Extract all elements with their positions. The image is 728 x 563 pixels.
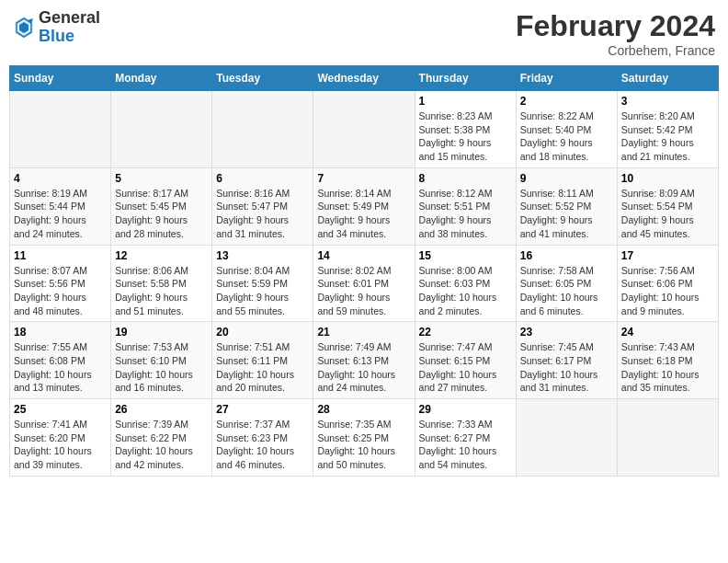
day-info: Sunrise: 8:22 AMSunset: 5:40 PMDaylight:… — [520, 109, 613, 164]
calendar-day-cell — [10, 91, 111, 168]
day-number: 14 — [317, 249, 410, 262]
calendar-location: Corbehem, France — [516, 43, 715, 58]
day-of-week-header: Tuesday — [212, 66, 313, 91]
day-number: 24 — [621, 326, 714, 339]
day-number: 10 — [621, 172, 714, 185]
day-number: 6 — [216, 172, 309, 185]
calendar-day-cell: 15Sunrise: 8:00 AMSunset: 6:03 PMDayligh… — [415, 245, 516, 322]
calendar-day-cell: 7Sunrise: 8:14 AMSunset: 5:49 PMDaylight… — [313, 167, 415, 245]
day-info: Sunrise: 8:16 AMSunset: 5:47 PMDaylight:… — [216, 187, 309, 241]
day-number: 11 — [14, 249, 107, 262]
day-info: Sunrise: 7:56 AMSunset: 6:06 PMDaylight:… — [621, 264, 714, 318]
days-row: SundayMondayTuesdayWednesdayThursdayFrid… — [10, 66, 719, 91]
calendar-day-cell: 2Sunrise: 8:22 AMSunset: 5:40 PMDaylight… — [516, 91, 617, 168]
day-info: Sunrise: 8:23 AMSunset: 5:38 PMDaylight:… — [419, 109, 512, 164]
calendar-day-cell: 27Sunrise: 7:37 AMSunset: 6:23 PMDayligh… — [212, 399, 313, 477]
day-number: 2 — [520, 95, 613, 108]
calendar-day-cell: 24Sunrise: 7:43 AMSunset: 6:18 PMDayligh… — [617, 322, 718, 399]
calendar-day-cell: 4Sunrise: 8:19 AMSunset: 5:44 PMDaylight… — [10, 167, 111, 245]
day-number: 12 — [115, 249, 208, 262]
calendar-day-cell: 26Sunrise: 7:39 AMSunset: 6:22 PMDayligh… — [111, 399, 212, 477]
logo-icon — [13, 15, 35, 40]
calendar-day-cell: 6Sunrise: 8:16 AMSunset: 5:47 PMDaylight… — [212, 167, 313, 245]
day-number: 28 — [317, 403, 410, 416]
day-info: Sunrise: 8:02 AMSunset: 6:01 PMDaylight:… — [317, 264, 410, 318]
day-number: 16 — [520, 249, 613, 262]
day-of-week-header: Monday — [111, 66, 212, 91]
day-info: Sunrise: 8:04 AMSunset: 5:59 PMDaylight:… — [216, 264, 309, 318]
day-of-week-header: Sunday — [10, 66, 111, 91]
day-info: Sunrise: 7:55 AMSunset: 6:08 PMDaylight:… — [14, 340, 107, 395]
day-number: 1 — [419, 95, 512, 108]
day-info: Sunrise: 7:43 AMSunset: 6:18 PMDaylight:… — [621, 340, 714, 395]
day-info: Sunrise: 7:39 AMSunset: 6:22 PMDaylight:… — [115, 418, 208, 472]
calendar-day-cell: 3Sunrise: 8:20 AMSunset: 5:42 PMDaylight… — [617, 91, 718, 168]
day-info: Sunrise: 8:06 AMSunset: 5:58 PMDaylight:… — [115, 264, 208, 318]
day-number: 9 — [520, 172, 613, 185]
page-header: General Blue February 2024 Corbehem, Fra… — [9, 9, 719, 58]
calendar-day-cell: 9Sunrise: 8:11 AMSunset: 5:52 PMDaylight… — [516, 167, 617, 245]
calendar-day-cell: 12Sunrise: 8:06 AMSunset: 5:58 PMDayligh… — [111, 245, 212, 322]
calendar-day-cell: 18Sunrise: 7:55 AMSunset: 6:08 PMDayligh… — [10, 322, 111, 399]
day-of-week-header: Thursday — [415, 66, 516, 91]
calendar-week-row: 11Sunrise: 8:07 AMSunset: 5:56 PMDayligh… — [10, 245, 719, 322]
day-info: Sunrise: 8:00 AMSunset: 6:03 PMDaylight:… — [419, 264, 512, 318]
day-info: Sunrise: 8:07 AMSunset: 5:56 PMDaylight:… — [14, 264, 107, 318]
calendar-day-cell: 28Sunrise: 7:35 AMSunset: 6:25 PMDayligh… — [313, 399, 415, 477]
calendar-day-cell — [111, 91, 212, 168]
day-info: Sunrise: 7:53 AMSunset: 6:10 PMDaylight:… — [115, 340, 208, 395]
title-block: February 2024 Corbehem, France — [516, 9, 715, 58]
day-number: 4 — [14, 172, 107, 185]
calendar-day-cell: 22Sunrise: 7:47 AMSunset: 6:15 PMDayligh… — [415, 322, 516, 399]
day-info: Sunrise: 8:19 AMSunset: 5:44 PMDaylight:… — [14, 187, 107, 241]
calendar-day-cell — [212, 91, 313, 168]
day-info: Sunrise: 7:51 AMSunset: 6:11 PMDaylight:… — [216, 340, 309, 395]
day-info: Sunrise: 8:20 AMSunset: 5:42 PMDaylight:… — [621, 109, 714, 164]
calendar-day-cell: 21Sunrise: 7:49 AMSunset: 6:13 PMDayligh… — [313, 322, 415, 399]
day-number: 13 — [216, 249, 309, 262]
calendar-title: February 2024 — [516, 9, 715, 43]
calendar-day-cell: 10Sunrise: 8:09 AMSunset: 5:54 PMDayligh… — [617, 167, 718, 245]
day-number: 27 — [216, 403, 309, 416]
day-number: 8 — [419, 172, 512, 185]
day-info: Sunrise: 8:09 AMSunset: 5:54 PMDaylight:… — [621, 187, 714, 241]
day-info: Sunrise: 7:35 AMSunset: 6:25 PMDaylight:… — [317, 418, 410, 472]
calendar-table: SundayMondayTuesdayWednesdayThursdayFrid… — [9, 65, 719, 477]
day-number: 29 — [419, 403, 512, 416]
day-number: 23 — [520, 326, 613, 339]
calendar-day-cell: 5Sunrise: 8:17 AMSunset: 5:45 PMDaylight… — [111, 167, 212, 245]
day-number: 20 — [216, 326, 309, 339]
day-number: 25 — [14, 403, 107, 416]
logo-general-text: General — [39, 9, 100, 28]
day-info: Sunrise: 7:58 AMSunset: 6:05 PMDaylight:… — [520, 264, 613, 318]
calendar-day-cell: 1Sunrise: 8:23 AMSunset: 5:38 PMDaylight… — [415, 91, 516, 168]
calendar-week-row: 4Sunrise: 8:19 AMSunset: 5:44 PMDaylight… — [10, 167, 719, 245]
calendar-day-cell: 17Sunrise: 7:56 AMSunset: 6:06 PMDayligh… — [617, 245, 718, 322]
calendar-day-cell: 23Sunrise: 7:45 AMSunset: 6:17 PMDayligh… — [516, 322, 617, 399]
day-number: 3 — [621, 95, 714, 108]
calendar-day-cell — [617, 399, 718, 477]
day-number: 5 — [115, 172, 208, 185]
calendar-day-cell: 13Sunrise: 8:04 AMSunset: 5:59 PMDayligh… — [212, 245, 313, 322]
day-info: Sunrise: 8:12 AMSunset: 5:51 PMDaylight:… — [419, 187, 512, 241]
calendar-day-cell: 11Sunrise: 8:07 AMSunset: 5:56 PMDayligh… — [10, 245, 111, 322]
day-info: Sunrise: 8:11 AMSunset: 5:52 PMDaylight:… — [520, 187, 613, 241]
logo-text: General Blue — [39, 9, 100, 46]
day-info: Sunrise: 7:41 AMSunset: 6:20 PMDaylight:… — [14, 418, 107, 472]
day-number: 15 — [419, 249, 512, 262]
day-number: 26 — [115, 403, 208, 416]
calendar-day-cell — [313, 91, 415, 168]
calendar-week-row: 18Sunrise: 7:55 AMSunset: 6:08 PMDayligh… — [10, 322, 719, 399]
day-info: Sunrise: 7:33 AMSunset: 6:27 PMDaylight:… — [419, 418, 512, 472]
calendar-body: 1Sunrise: 8:23 AMSunset: 5:38 PMDaylight… — [10, 91, 719, 477]
day-of-week-header: Saturday — [617, 66, 718, 91]
calendar-day-cell — [516, 399, 617, 477]
day-of-week-header: Friday — [516, 66, 617, 91]
day-info: Sunrise: 8:14 AMSunset: 5:49 PMDaylight:… — [317, 187, 410, 241]
calendar-day-cell: 14Sunrise: 8:02 AMSunset: 6:01 PMDayligh… — [313, 245, 415, 322]
calendar-day-cell: 20Sunrise: 7:51 AMSunset: 6:11 PMDayligh… — [212, 322, 313, 399]
day-number: 19 — [115, 326, 208, 339]
day-number: 18 — [14, 326, 107, 339]
day-number: 22 — [419, 326, 512, 339]
day-of-week-header: Wednesday — [313, 66, 415, 91]
